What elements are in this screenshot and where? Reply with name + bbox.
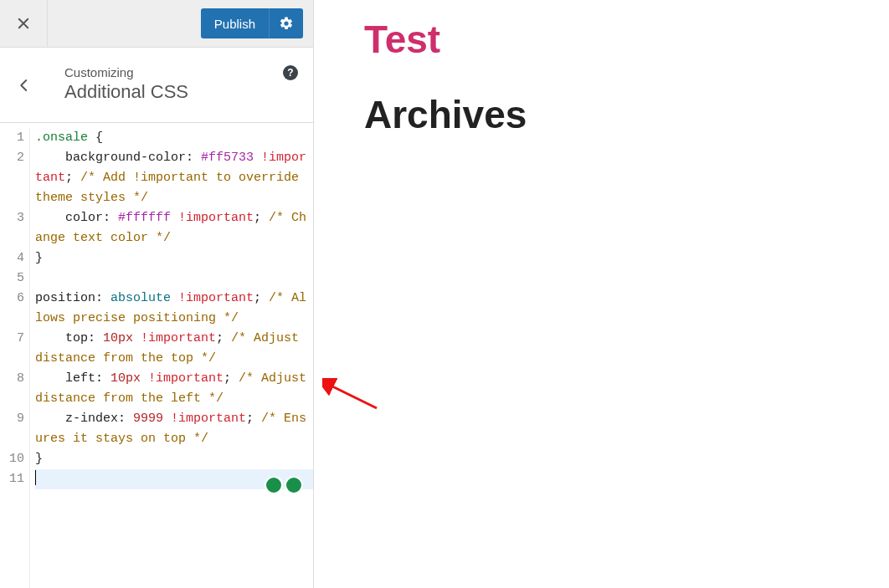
chevron-left-icon xyxy=(17,78,32,93)
customizer-sidebar: Publish Customizing Additional CSS ? 12.… xyxy=(0,0,314,588)
code-area[interactable]: .onsale { background-color: #ff5733 !imp… xyxy=(30,128,313,588)
code-line[interactable]: background-color: #ff5733 !important; /*… xyxy=(35,148,313,208)
close-icon xyxy=(16,16,31,31)
hint-badge-icon xyxy=(285,476,303,494)
back-button[interactable] xyxy=(0,48,48,122)
code-line[interactable]: } xyxy=(35,248,313,268)
publish-button-group: Publish xyxy=(201,8,303,38)
site-title[interactable]: Test xyxy=(364,17,864,62)
hint-badges xyxy=(265,476,303,494)
hint-badge-icon xyxy=(265,476,283,494)
customizer-topbar: Publish xyxy=(0,0,313,48)
code-line[interactable]: position: absolute !important; /* Allows… xyxy=(35,289,313,329)
line-gutter: 12..3.456.7.8.9.1011 xyxy=(0,128,30,588)
help-button[interactable]: ? xyxy=(283,65,298,80)
site-preview: Test Archives xyxy=(314,0,889,588)
publish-settings-button[interactable] xyxy=(270,8,303,38)
code-line[interactable]: left: 10px !important; /* Adjust distanc… xyxy=(35,369,313,409)
section-header-text: Customizing Additional CSS ? xyxy=(48,54,313,116)
code-line[interactable] xyxy=(35,268,313,289)
code-line[interactable]: } xyxy=(35,449,313,469)
code-line[interactable]: color: #ffffff !important; /* Change tex… xyxy=(35,208,313,248)
section-header: Customizing Additional CSS ? xyxy=(0,48,313,123)
code-line[interactable]: top: 10px !important; /* Adjust distance… xyxy=(35,329,313,369)
publish-button[interactable]: Publish xyxy=(201,8,270,38)
code-line[interactable]: .onsale { xyxy=(35,128,313,148)
close-button[interactable] xyxy=(0,0,48,48)
section-title: Additional CSS xyxy=(64,81,303,103)
section-eyebrow: Customizing xyxy=(64,65,303,79)
text-cursor xyxy=(35,470,36,485)
code-line[interactable]: z-index: 9999 !important; /* Ensures it … xyxy=(35,409,313,449)
gear-icon xyxy=(279,16,294,31)
page-heading: Archives xyxy=(364,92,864,137)
css-editor[interactable]: 12..3.456.7.8.9.1011 .onsale { backgroun… xyxy=(0,123,313,588)
